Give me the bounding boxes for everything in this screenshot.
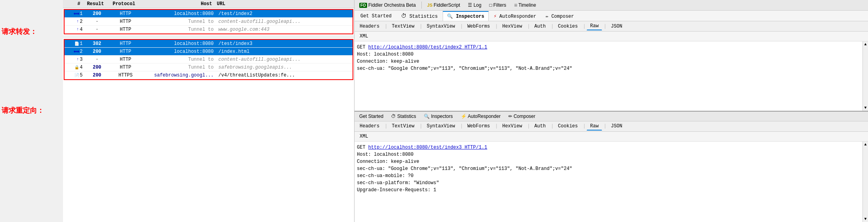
- content-lines-bottom: Host: localhost:8080 Connection: keep-al…: [357, 152, 572, 193]
- row-number: 4: [80, 65, 83, 70]
- table-header: # Result Protocol Host URL: [63, 0, 354, 8]
- fo-button[interactable]: FO Fiddler Orchestra Beta: [357, 2, 418, 9]
- table-row[interactable]: 📄 5 200 HTTPS safebrowsing.googl... /v4/…: [65, 71, 353, 79]
- tab-statistics-top[interactable]: ⏱ Statistics: [397, 11, 442, 21]
- itab-cookies-bottom[interactable]: Cookies: [554, 122, 581, 130]
- row-num: 📄 1: [65, 41, 84, 47]
- row-num: ⟺ 1: [65, 11, 84, 17]
- itab-auth-bottom[interactable]: Auth: [531, 122, 549, 130]
- row-host: Tunnel to: [141, 27, 216, 32]
- content-text-bottom: GET http://localhost:8080/test/index3 HT…: [357, 144, 866, 194]
- table-body: ⟺ 1 200 HTTP localhost:8080 /test/index2…: [63, 8, 354, 222]
- content-area-bottom[interactable]: GET http://localhost:8080/test/index3 HT…: [355, 142, 868, 222]
- row-protocol: HTTP: [110, 11, 141, 17]
- arrow-up-icon: ↑: [77, 19, 79, 24]
- itab-headers-bottom[interactable]: Headers: [356, 122, 383, 130]
- itab-json-top[interactable]: JSON: [608, 22, 626, 30]
- itab-auth-top[interactable]: Auth: [531, 22, 549, 30]
- itab-raw-top[interactable]: Raw: [587, 22, 602, 30]
- inspectors-bottom[interactable]: 🔍 Inspectors: [421, 113, 455, 120]
- content-text-top: GET http://localhost:8080/test/index2 HT…: [357, 44, 866, 72]
- right-bottom-panel: Get Started ⏱ Statistics 🔍 Inspectors ⚡ …: [355, 112, 868, 222]
- row-url: /index.html: [216, 49, 353, 54]
- scroll-up-top[interactable]: ▲: [863, 41, 867, 47]
- tab-inspectors-top[interactable]: 🔍 Inspectors: [443, 11, 488, 21]
- inspector-tabs-bottom: Headers | TextView | SyntaxView | WebFor…: [355, 121, 868, 132]
- fiddlerscript-button[interactable]: JS FiddlerScript: [425, 2, 463, 9]
- table-row[interactable]: 📄 1 302 HTTP localhost:8080 /test/index3: [65, 40, 353, 48]
- row-num: ↑ 3: [65, 57, 84, 62]
- lock-icon: 🔒: [74, 65, 79, 70]
- annotations-panel: 请求转发： 请求重定向：: [0, 0, 63, 222]
- itab-hexview-top[interactable]: HexView: [499, 22, 525, 30]
- statistics-label-bottom: Statistics: [397, 114, 416, 119]
- scroll-down-top[interactable]: ▼: [863, 105, 867, 111]
- inspectors-icon-bottom: 🔍: [424, 114, 430, 119]
- tab-get-started-top[interactable]: Get Started: [356, 11, 396, 21]
- annotation-forward: 请求转发：: [0, 24, 63, 39]
- itab-syntaxview-top[interactable]: SyntaxView: [423, 22, 458, 30]
- row-result: -: [84, 27, 110, 32]
- itab-syntaxview-bottom[interactable]: SyntaxView: [423, 122, 458, 130]
- itab-json-bottom[interactable]: JSON: [608, 122, 626, 130]
- get-started-bottom[interactable]: Get Started: [357, 113, 386, 120]
- row-protocol: HTTP: [110, 49, 141, 54]
- itab-textview-bottom[interactable]: TextView: [388, 122, 418, 130]
- col-header-url: URL: [214, 1, 354, 7]
- scroll-down-bottom[interactable]: ▼: [863, 216, 867, 222]
- itab-webforms-top[interactable]: WebForms: [464, 22, 494, 30]
- statistics-bottom[interactable]: ⏱ Statistics: [389, 113, 418, 120]
- tab-composer-top[interactable]: ✏ Composer: [541, 11, 578, 21]
- row-result: 200: [84, 65, 110, 70]
- log-label: Log: [473, 2, 481, 8]
- row-url: /test/index2: [216, 11, 353, 17]
- col-header-protocol: Protocol: [108, 1, 140, 7]
- http-link-top[interactable]: http://localhost:8080/test/index2 HTTP/1…: [368, 45, 487, 50]
- row-result: -: [84, 19, 110, 24]
- filters-button[interactable]: □ Filters: [487, 2, 508, 9]
- table-row[interactable]: ↑ 2 - HTTP Tunnel to content-autofill.go…: [65, 18, 353, 26]
- row-host: Tunnel to: [141, 57, 216, 62]
- table-row[interactable]: ↑ 3 - HTTP Tunnel to content-autofill.go…: [65, 56, 353, 63]
- tab-bar-bottom: Get Started ⏱ Statistics 🔍 Inspectors ⚡ …: [355, 112, 868, 121]
- tab-autoresponder-top[interactable]: ⚡ AutoResponder: [489, 11, 541, 21]
- row-host: localhost:8080: [141, 49, 216, 54]
- col-header-host: Host: [140, 1, 214, 7]
- xml-tab-bottom[interactable]: XML: [356, 132, 372, 140]
- table-row[interactable]: 🔒 4 200 HTTP Tunnel to safebrowsing.goog…: [65, 63, 353, 71]
- itab-textview-top[interactable]: TextView: [388, 22, 418, 30]
- timeline-button[interactable]: ≡ Timeline: [512, 1, 538, 9]
- composer-bottom[interactable]: ✏ Composer: [506, 113, 537, 120]
- http-link-bottom[interactable]: http://localhost:8080/test/index3 HTTP/1…: [368, 145, 487, 150]
- fo-label: Fiddler Orchestra Beta: [368, 2, 416, 8]
- col-header-result: Result: [83, 1, 108, 7]
- scroll-indicator-bottom: ▲ ▼: [862, 142, 868, 222]
- scroll-up-bottom[interactable]: ▲: [863, 142, 867, 147]
- row-number: 2: [80, 49, 83, 54]
- timeline-label: Timeline: [519, 2, 536, 8]
- itab-webforms-bottom[interactable]: WebForms: [464, 122, 494, 130]
- composer-label-bottom: Composer: [513, 114, 535, 119]
- autoresponder-icon-bottom: ⚡: [461, 114, 467, 119]
- arrow-up-icon: ↑: [77, 27, 79, 32]
- xml-tab-top[interactable]: XML: [356, 32, 372, 40]
- table-row[interactable]: ⟺ 1 200 HTTP localhost:8080 /test/index2: [65, 10, 353, 18]
- row-url: content-autofill.googleapi...: [216, 19, 353, 24]
- log-button[interactable]: ☰ Log: [465, 2, 484, 9]
- itab-headers-top[interactable]: Headers: [356, 22, 383, 30]
- row-num: ↑ 4: [65, 27, 84, 32]
- content-line2-top: Host: localhost:8080 Connection: keep-al…: [357, 52, 572, 71]
- table-row[interactable]: ↑ 4 - HTTP Tunnel to www.google.com:443: [65, 26, 353, 34]
- statistics-icon-bottom: ⏱: [391, 114, 396, 119]
- col-header-num: #: [63, 1, 83, 7]
- autoresponder-bottom[interactable]: ⚡ AutoResponder: [458, 113, 503, 120]
- itab-cookies-top[interactable]: Cookies: [554, 22, 581, 30]
- row-num: ⟺ 2: [65, 49, 84, 54]
- itab-hexview-bottom[interactable]: HexView: [499, 122, 525, 130]
- row-protocol: HTTP: [110, 27, 141, 32]
- itab-raw-bottom[interactable]: Raw: [587, 122, 602, 131]
- content-area-top[interactable]: GET http://localhost:8080/test/index2 HT…: [355, 41, 868, 111]
- row-host: Tunnel to: [141, 65, 216, 70]
- autoresponder-label-bottom: AutoResponder: [468, 114, 500, 119]
- table-row[interactable]: ⟺ 2 200 HTTP localhost:8080 /index.html: [65, 48, 353, 56]
